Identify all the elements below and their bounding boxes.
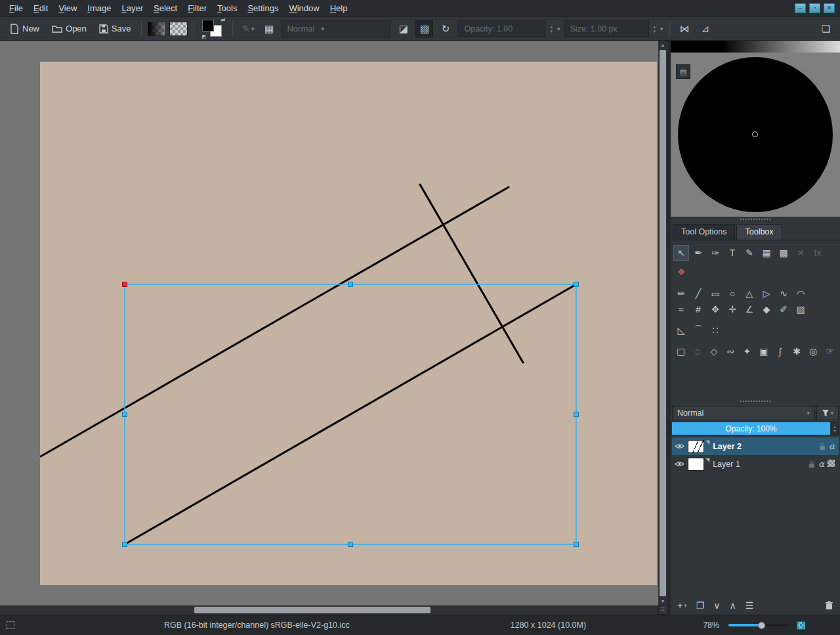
spin-down-icon[interactable]: ▾: [654, 29, 656, 33]
rectangle-tool[interactable]: ▭: [707, 286, 723, 301]
menu-file[interactable]: File: [4, 1, 28, 15]
minimize-button[interactable]: –: [795, 3, 806, 13]
menu-image[interactable]: Image: [82, 1, 116, 15]
contiguous-selection-tool[interactable]: ✦: [740, 343, 755, 359]
pattern-chooser[interactable]: [169, 22, 188, 36]
layer-row[interactable]: ◥Layer 2α: [672, 437, 839, 455]
size-dropdown-icon[interactable]: ▾: [660, 26, 663, 32]
opacity-slider[interactable]: Opacity: 1.00: [457, 20, 545, 37]
tab-tool-options[interactable]: Tool Options: [673, 224, 735, 240]
size-spinner[interactable]: ▴ ▾: [652, 24, 658, 33]
layer-blend-mode-dropdown[interactable]: Normal ▾: [672, 406, 815, 420]
spin-up-icon[interactable]: ▴: [654, 24, 656, 29]
menu-select[interactable]: Select: [148, 1, 182, 15]
connection-tool[interactable]: ✕: [793, 245, 808, 261]
edit-shapes-tool[interactable]: ✒: [690, 245, 706, 261]
line-tool[interactable]: ╱: [690, 286, 706, 301]
close-button[interactable]: ✕: [824, 3, 835, 13]
preserve-alpha-button[interactable]: ▨: [415, 20, 433, 37]
reload-preset-button[interactable]: ↻: [436, 20, 454, 37]
move-tool[interactable]: ✥: [707, 301, 723, 317]
menu-layer[interactable]: Layer: [116, 1, 148, 15]
menu-tools[interactable]: Tools: [212, 1, 242, 15]
selection-mode-icon[interactable]: [7, 621, 14, 629]
layer-lock-icon[interactable]: [808, 460, 815, 468]
zoom-tool[interactable]: ◎: [806, 343, 821, 359]
freehand-path-tool[interactable]: ◠: [793, 286, 808, 301]
spin-down-icon[interactable]: ▾: [550, 29, 553, 33]
grid-tool[interactable]: ∷: [707, 322, 723, 338]
vertical-scrollbar-thumb[interactable]: [660, 50, 666, 596]
fill-tool[interactable]: ◆: [759, 301, 774, 317]
opacity-dropdown-icon[interactable]: ▾: [557, 26, 560, 32]
layer-thumbnail[interactable]: [688, 440, 704, 453]
selection-handle-top-middle[interactable]: [348, 282, 353, 287]
delete-layer-button[interactable]: [825, 601, 833, 610]
spin-up-icon[interactable]: ▴: [550, 24, 553, 29]
canvas-viewport[interactable]: ▴ ▾ ⠿: [0, 41, 667, 615]
assistants-tool[interactable]: ◺: [673, 322, 689, 338]
wrap-around-button[interactable]: ⊿: [697, 20, 715, 37]
layer-lock-icon[interactable]: [819, 443, 826, 450]
open-button[interactable]: Open: [47, 20, 91, 38]
layer-checker-icon[interactable]: [828, 460, 835, 469]
selection-handle-bottom-right[interactable]: [574, 542, 579, 547]
dynamic-brush-tool[interactable]: ≈: [673, 301, 689, 317]
zoom-slider[interactable]: [728, 624, 789, 626]
layer-properties-button[interactable]: ☰: [746, 600, 754, 611]
size-slider[interactable]: Size: 1.00 px: [564, 20, 649, 37]
layer-row[interactable]: ◥Layer 1α: [672, 455, 839, 473]
canvas[interactable]: [40, 62, 657, 585]
restore-button[interactable]: ▫: [809, 3, 820, 13]
tab-toolbox[interactable]: Toolbox: [736, 224, 782, 240]
menu-help[interactable]: Help: [325, 1, 353, 15]
selection-handle-top-left[interactable]: [123, 282, 127, 287]
docker-splitter-handle[interactable]: [671, 399, 840, 404]
layer-name[interactable]: Layer 2: [713, 442, 742, 451]
reset-colors-icon[interactable]: ◩: [201, 34, 206, 39]
magnetic-selection-tool[interactable]: ✱: [789, 343, 804, 359]
show-canvas-only-button[interactable]: ❏: [817, 20, 835, 37]
crop-tool[interactable]: #: [690, 301, 706, 317]
move-layer-up-button[interactable]: ∧: [730, 600, 736, 611]
horizontal-scrollbar[interactable]: [0, 605, 658, 615]
text-tool[interactable]: T: [724, 245, 740, 261]
duplicate-layer-button[interactable]: ❐: [696, 600, 705, 611]
filter-effects-tool[interactable]: fx: [810, 245, 826, 261]
menu-edit[interactable]: Edit: [28, 1, 53, 15]
color-sampler-tool[interactable]: ✐: [776, 301, 791, 317]
calligraphy-tool[interactable]: ✑: [707, 245, 723, 261]
menu-settings[interactable]: Settings: [242, 1, 284, 15]
selection-handle-middle-left[interactable]: [123, 412, 127, 417]
horizontal-scrollbar-thumb[interactable]: [194, 607, 430, 613]
freehand-selection-tool[interactable]: ∾: [723, 343, 738, 359]
bezier-curve-tool[interactable]: ∿: [776, 286, 791, 301]
foreground-color-swatch[interactable]: [202, 20, 214, 32]
artistic-text-tool[interactable]: ✎: [742, 245, 757, 261]
zoom-slider-knob[interactable]: [758, 622, 765, 629]
scroll-down-icon[interactable]: ▾: [658, 597, 667, 605]
selection-handle-middle-right[interactable]: [574, 412, 579, 417]
layer-alpha-icon[interactable]: α: [818, 459, 824, 469]
swap-colors-icon[interactable]: ⇄: [221, 17, 226, 23]
perspective-grid-tool[interactable]: ⌒: [690, 322, 706, 338]
layer-opacity-spinner[interactable]: ▴ ▾: [831, 422, 839, 435]
menu-window[interactable]: Window: [284, 1, 324, 15]
scroll-up-icon[interactable]: ▴: [658, 41, 667, 49]
elliptical-selection-tool[interactable]: ◌: [690, 343, 705, 359]
pattern-edit-tool[interactable]: ▦: [759, 245, 774, 261]
add-layer-button[interactable]: + ▾: [677, 600, 687, 611]
reference-tool[interactable]: ❖: [673, 264, 689, 280]
select-shapes-tool[interactable]: ↖: [673, 245, 689, 261]
toolbar-blend-mode-dropdown[interactable]: Normal ▾: [281, 20, 391, 37]
layer-visibility-icon[interactable]: [675, 460, 684, 468]
color-wheel[interactable]: [678, 57, 833, 212]
eraser-mode-button[interactable]: ◪: [394, 20, 412, 37]
move-layer-down-button[interactable]: ∨: [713, 600, 720, 611]
gradient-tool[interactable]: ▨: [793, 301, 808, 317]
layer-alpha-icon[interactable]: α: [829, 441, 835, 451]
mirror-canvas-button[interactable]: ⋈: [676, 20, 694, 37]
ellipse-tool[interactable]: ○: [724, 286, 740, 301]
selection-handle-bottom-left[interactable]: [123, 542, 127, 547]
bezier-selection-tool[interactable]: ∫: [772, 343, 788, 359]
